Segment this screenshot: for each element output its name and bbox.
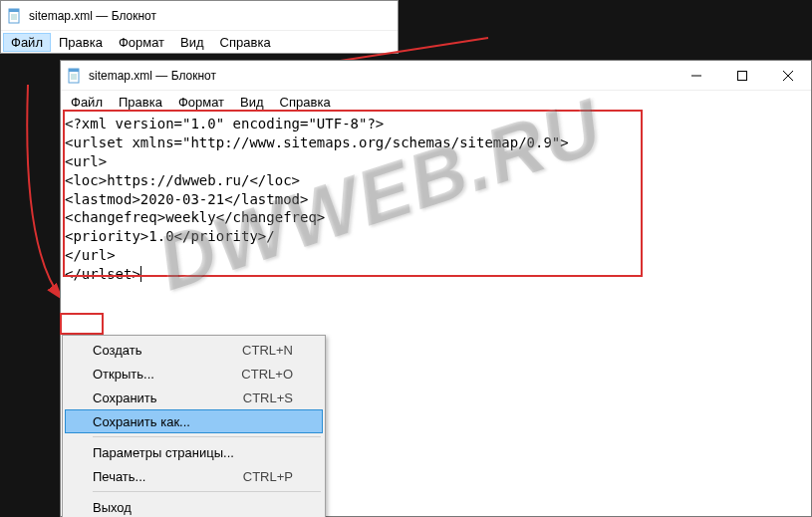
menu-item-label: Параметры страницы... [93, 445, 234, 460]
minimize-button[interactable] [674, 61, 719, 91]
menu-item-create[interactable]: Создать CTRL+N [65, 338, 323, 362]
menu-item-label: Сохранить как... [93, 414, 190, 429]
menu-view[interactable]: Вид [172, 33, 212, 52]
menu-item-label: Выход [93, 500, 132, 515]
window-title: sitemap.xml — Блокнот [29, 9, 156, 23]
menu-edit[interactable]: Правка [51, 33, 111, 52]
svg-rect-3 [69, 69, 79, 72]
menu-separator [93, 491, 321, 492]
text-editor-content[interactable]: <?xml version="1.0" encoding="UTF-8"?><u… [61, 113, 811, 286]
svg-rect-12 [9, 9, 19, 12]
maximize-button[interactable] [719, 61, 765, 91]
menu-item-exit[interactable]: Выход [65, 495, 323, 517]
menubar: Файл Правка Формат Вид Справка [61, 91, 811, 113]
menu-file[interactable]: Файл [3, 33, 51, 52]
menu-item-save[interactable]: Сохранить CTRL+S [65, 386, 323, 409]
menu-item-print[interactable]: Печать... CTRL+P [65, 464, 323, 488]
menu-item-label: Создать [93, 343, 141, 358]
menu-shortcut: CTRL+O [241, 367, 293, 382]
notepad-icon [67, 68, 83, 84]
menu-help[interactable]: Справка [272, 93, 339, 112]
menubar: Файл Правка Формат Вид Справка [1, 31, 398, 53]
file-dropdown-menu: Создать CTRL+N Открыть... CTRL+O Сохрани… [62, 335, 326, 517]
menu-help[interactable]: Справка [212, 33, 279, 52]
svg-rect-8 [738, 71, 747, 80]
menu-item-label: Печать... [93, 469, 145, 484]
menu-item-open[interactable]: Открыть... CTRL+O [65, 362, 323, 386]
menu-item-label: Открыть... [93, 367, 154, 382]
menu-shortcut: CTRL+P [243, 469, 293, 484]
window-title: sitemap.xml — Блокнот [89, 69, 216, 83]
menu-file[interactable]: Файл [63, 93, 111, 112]
menu-shortcut: CTRL+N [242, 343, 293, 358]
close-button[interactable] [765, 61, 811, 91]
menu-shortcut: CTRL+S [243, 390, 293, 405]
notepad-icon [7, 8, 23, 24]
window-controls [674, 61, 811, 91]
menu-format[interactable]: Формат [111, 33, 172, 52]
menu-item-page-setup[interactable]: Параметры страницы... [65, 440, 323, 464]
menu-format[interactable]: Формат [170, 93, 232, 112]
menu-separator [93, 436, 321, 437]
titlebar[interactable]: sitemap.xml — Блокнот [1, 1, 398, 31]
menu-item-label: Сохранить [93, 390, 157, 405]
titlebar[interactable]: sitemap.xml — Блокнот [61, 61, 811, 91]
menu-view[interactable]: Вид [232, 93, 272, 112]
menu-edit[interactable]: Правка [111, 93, 170, 112]
menu-item-save-as[interactable]: Сохранить как... [65, 409, 323, 433]
